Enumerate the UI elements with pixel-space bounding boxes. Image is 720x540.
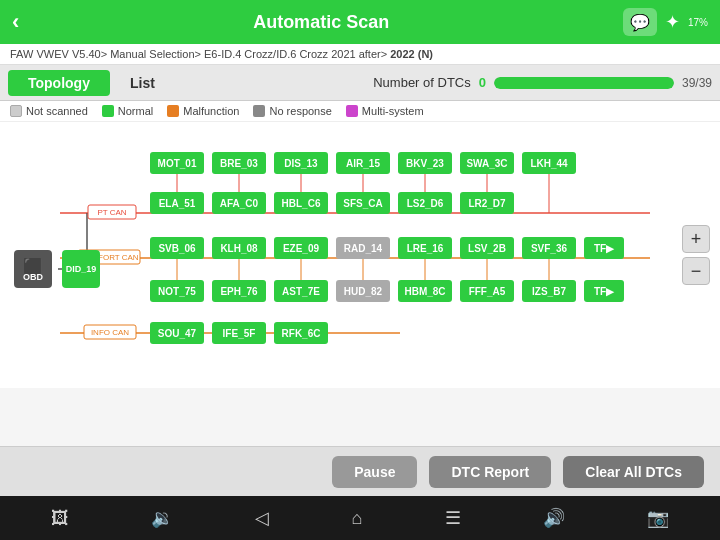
back-button[interactable]: ‹ bbox=[12, 9, 19, 35]
node-IZS_B7[interactable]: IZS_B7 bbox=[522, 280, 576, 302]
node-SOU_47[interactable]: SOU_47 bbox=[150, 322, 204, 344]
legend-label-no-response: No response bbox=[269, 105, 331, 117]
tab-list[interactable]: List bbox=[110, 70, 175, 96]
battery-percentage: 17% bbox=[688, 17, 708, 28]
page-title: Automatic Scan bbox=[19, 12, 623, 33]
node-obd[interactable]: ⬛ OBD bbox=[14, 250, 52, 288]
dtc-progress-bar bbox=[494, 77, 674, 89]
node-TF2[interactable]: TF▶ bbox=[584, 280, 624, 302]
node-LKH_44[interactable]: LKH_44 bbox=[522, 152, 576, 174]
dtc-report-button[interactable]: DTC Report bbox=[429, 456, 551, 488]
node-MOT_01[interactable]: MOT_01 bbox=[150, 152, 204, 174]
legend-dot-malfunction bbox=[167, 105, 179, 117]
legend-dot-normal bbox=[102, 105, 114, 117]
legend-dot-multi-system bbox=[346, 105, 358, 117]
node-EPH_76[interactable]: EPH_76 bbox=[212, 280, 266, 302]
legend-multi-system: Multi-system bbox=[346, 105, 424, 117]
legend-no-response: No response bbox=[253, 105, 331, 117]
battery-indicator: 17% bbox=[688, 17, 708, 28]
dtc-bar-fill bbox=[494, 77, 674, 89]
nav-volume-up-icon[interactable]: 🔊 bbox=[543, 507, 565, 529]
top-bar: ‹ Automatic Scan 💬 ✦ 17% bbox=[0, 0, 720, 44]
pause-button[interactable]: Pause bbox=[332, 456, 417, 488]
legend-label-not-scanned: Not scanned bbox=[26, 105, 88, 117]
node-KLH_08[interactable]: KLH_08 bbox=[212, 237, 266, 259]
nav-bar: 🖼 🔉 ◁ ⌂ ☰ 🔊 📷 bbox=[0, 496, 720, 540]
dtc-info: Number of DTCs 0 39/39 bbox=[373, 75, 712, 90]
node-did19[interactable]: DID_19 bbox=[62, 250, 100, 288]
dtc-count: 0 bbox=[479, 75, 486, 90]
node-AIR_15[interactable]: AIR_15 bbox=[336, 152, 390, 174]
nav-home-icon[interactable]: ⌂ bbox=[352, 508, 363, 529]
dtc-label: Number of DTCs bbox=[373, 75, 471, 90]
node-SFS_CA[interactable]: SFS_CA bbox=[336, 192, 390, 214]
node-DIS_13[interactable]: DIS_13 bbox=[274, 152, 328, 174]
nav-menu-icon[interactable]: ☰ bbox=[445, 507, 461, 529]
node-NOT_75[interactable]: NOT_75 bbox=[150, 280, 204, 302]
breadcrumb-bold: 2022 (N) bbox=[390, 48, 433, 60]
node-HBL_C6[interactable]: HBL_C6 bbox=[274, 192, 328, 214]
node-HUD_82[interactable]: HUD_82 bbox=[336, 280, 390, 302]
node-LRE_16[interactable]: LRE_16 bbox=[398, 237, 452, 259]
node-AST_7E[interactable]: AST_7E bbox=[274, 280, 328, 302]
zoom-controls: + − bbox=[682, 225, 710, 285]
breadcrumb-text: FAW VWEV V5.40> Manual Selection> E6-ID.… bbox=[10, 48, 390, 60]
node-IFE_5F[interactable]: IFE_5F bbox=[212, 322, 266, 344]
tab-row: Topology List Number of DTCs 0 39/39 bbox=[0, 65, 720, 101]
node-SVF_36[interactable]: SVF_36 bbox=[522, 237, 576, 259]
node-HBM_8C[interactable]: HBM_8C bbox=[398, 280, 452, 302]
legend-label-normal: Normal bbox=[118, 105, 153, 117]
action-bar: Pause DTC Report Clear All DTCs bbox=[0, 446, 720, 496]
topology-canvas: PT CAN COMFORT CAN INFO CAN ⬛ OBD DID_19… bbox=[0, 122, 720, 388]
legend-row: Not scanned Normal Malfunction No respon… bbox=[0, 101, 720, 122]
bluetooth-icon: ✦ bbox=[665, 11, 680, 33]
legend-normal: Normal bbox=[102, 105, 153, 117]
node-LS2_D6[interactable]: LS2_D6 bbox=[398, 192, 452, 214]
breadcrumb: FAW VWEV V5.40> Manual Selection> E6-ID.… bbox=[0, 44, 720, 65]
node-LSV_2B[interactable]: LSV_2B bbox=[460, 237, 514, 259]
node-AFA_C0[interactable]: AFA_C0 bbox=[212, 192, 266, 214]
tab-topology[interactable]: Topology bbox=[8, 70, 110, 96]
legend-dot-no-response bbox=[253, 105, 265, 117]
nav-back-icon[interactable]: ◁ bbox=[255, 507, 269, 529]
legend-label-malfunction: Malfunction bbox=[183, 105, 239, 117]
nav-gallery-icon[interactable]: 🖼 bbox=[51, 508, 69, 529]
node-BKV_23[interactable]: BKV_23 bbox=[398, 152, 452, 174]
svg-text:PT CAN: PT CAN bbox=[97, 208, 126, 217]
dtc-fraction: 39/39 bbox=[682, 76, 712, 90]
node-RAD_14[interactable]: RAD_14 bbox=[336, 237, 390, 259]
node-TF1[interactable]: TF▶ bbox=[584, 237, 624, 259]
node-SVB_06[interactable]: SVB_06 bbox=[150, 237, 204, 259]
nav-volume-down-icon[interactable]: 🔉 bbox=[151, 507, 173, 529]
node-ELA_51[interactable]: ELA_51 bbox=[150, 192, 204, 214]
zoom-out-button[interactable]: − bbox=[682, 257, 710, 285]
node-FFF_A5[interactable]: FFF_A5 bbox=[460, 280, 514, 302]
legend-not-scanned: Not scanned bbox=[10, 105, 88, 117]
zoom-in-button[interactable]: + bbox=[682, 225, 710, 253]
node-BRE_03[interactable]: BRE_03 bbox=[212, 152, 266, 174]
node-EZE_09[interactable]: EZE_09 bbox=[274, 237, 328, 259]
legend-label-multi-system: Multi-system bbox=[362, 105, 424, 117]
legend-dot-not-scanned bbox=[10, 105, 22, 117]
node-SWA_3C[interactable]: SWA_3C bbox=[460, 152, 514, 174]
nav-camera-icon[interactable]: 📷 bbox=[647, 507, 669, 529]
node-RFK_6C[interactable]: RFK_6C bbox=[274, 322, 328, 344]
legend-malfunction: Malfunction bbox=[167, 105, 239, 117]
chat-icon[interactable]: 💬 bbox=[623, 8, 657, 36]
node-LR2_D7[interactable]: LR2_D7 bbox=[460, 192, 514, 214]
svg-text:INFO CAN: INFO CAN bbox=[91, 328, 129, 337]
clear-all-dtcs-button[interactable]: Clear All DTCs bbox=[563, 456, 704, 488]
